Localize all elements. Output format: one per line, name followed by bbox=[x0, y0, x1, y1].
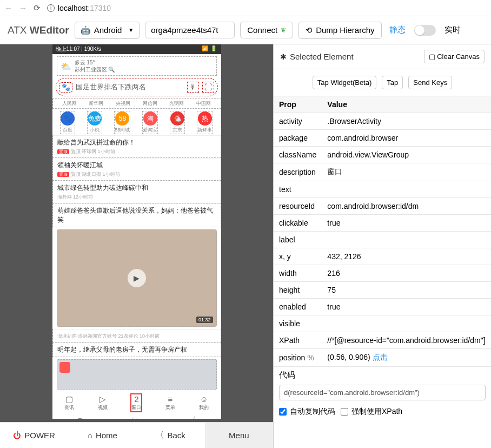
prop-classname: android.view.ViewGroup bbox=[322, 147, 491, 163]
device-controls: ⏻POWER ⌂Home 〈Back Menu bbox=[0, 422, 273, 448]
video-thumbnail[interactable]: ▶ 01:32 bbox=[57, 229, 217, 327]
quick-app[interactable]: 淘爱淘宝 bbox=[142, 111, 158, 134]
bottom-nav-item[interactable]: ☺我的 bbox=[199, 394, 209, 411]
video-meta: 澎湃新闻 澎湃新闻官方账号 21条评论 10小时前 bbox=[52, 329, 221, 342]
device-pane: 晚上11:07 | 190K/s 📶 🔋 ⛅ 多云 15°苏州工业园区 🔍 🐾 … bbox=[0, 44, 273, 448]
bottom-nav-item[interactable]: ▷视频 bbox=[98, 394, 108, 411]
sys-back-icon[interactable]: 〈 bbox=[188, 416, 196, 419]
inspector-pane: ✱Selected Element ▢ Clear Canvas Tap Wid… bbox=[273, 44, 491, 448]
mode-toggle[interactable] bbox=[414, 25, 436, 36]
prop-height: 75 bbox=[322, 282, 491, 299]
prop-resourceid: com.android.browser:id/dm bbox=[322, 198, 491, 215]
phone-statusbar: 晚上11:07 | 190K/s 📶 🔋 bbox=[52, 44, 221, 54]
scan-icon[interactable]: ⛶ bbox=[202, 82, 214, 93]
url-bar[interactable]: i localhost:17310 bbox=[47, 4, 487, 12]
auto-copy-label: 自动复制代码 bbox=[290, 407, 335, 417]
properties-table: PropValue activity.BrowserActivity packa… bbox=[274, 96, 491, 367]
nav-back-icon[interactable]: ← bbox=[4, 3, 12, 12]
phone-bottom-nav: ▢资讯▷视频2窗口≡菜单☺我的 bbox=[52, 392, 221, 411]
home-icon: ⌂ bbox=[88, 431, 92, 440]
clear-canvas-button[interactable]: ▢ Clear Canvas bbox=[424, 50, 485, 63]
search-bar[interactable]: 🐾 🎙 ⛶ bbox=[56, 78, 218, 96]
prop-package: com.android.browser bbox=[322, 130, 491, 147]
prop-clickable: true bbox=[322, 215, 491, 232]
site-info-icon[interactable]: i bbox=[47, 4, 55, 12]
leaf-icon: ❦ bbox=[281, 27, 286, 34]
site-links-row: 人民网新华网央视网网信网光明网中国网 bbox=[52, 98, 221, 109]
bottom-nav-item[interactable]: 2窗口 bbox=[131, 394, 141, 411]
ad-image[interactable] bbox=[57, 359, 217, 390]
device-screenshot[interactable]: 晚上11:07 | 190K/s 📶 🔋 ⛅ 多云 15°苏州工业园区 🔍 🐾 … bbox=[52, 44, 221, 419]
nav-reload-icon[interactable]: ⟳ bbox=[34, 3, 41, 13]
force-xpath-label: 强制使用XPath bbox=[351, 407, 402, 417]
prop-width: 216 bbox=[322, 265, 491, 282]
app-toolbar: ATX WEditor 🤖 Android ▼ Connect❦ ⟲Dump H… bbox=[0, 16, 491, 44]
device-address-input[interactable] bbox=[145, 22, 235, 38]
chevron-left-icon: 〈 bbox=[156, 430, 164, 440]
search-input[interactable] bbox=[76, 83, 184, 91]
news-item[interactable]: 城市绿色转型助力碳达峰碳中和海外网 12小时前 bbox=[52, 181, 221, 203]
send-keys-button[interactable]: Send Keys bbox=[408, 76, 452, 89]
system-nav: ≡ □ 〈 bbox=[52, 411, 221, 419]
back-button[interactable]: 〈Back bbox=[137, 423, 205, 448]
site-link[interactable]: 网信网 bbox=[143, 100, 157, 107]
th-value: Value bbox=[322, 96, 491, 113]
home-button[interactable]: ⌂Home bbox=[68, 423, 136, 448]
android-icon: 🤖 bbox=[81, 25, 91, 35]
power-icon: ⏻ bbox=[13, 431, 21, 440]
force-xpath-checkbox[interactable] bbox=[341, 408, 348, 416]
quick-app[interactable]: 热新鲜事 bbox=[197, 111, 213, 134]
site-link[interactable]: 中国网 bbox=[196, 100, 211, 107]
menu-button[interactable]: Menu bbox=[205, 423, 273, 448]
quick-app[interactable]: 免费小说 bbox=[87, 111, 102, 134]
video-duration: 01:32 bbox=[196, 317, 213, 323]
site-link[interactable]: 央视网 bbox=[116, 100, 130, 107]
news-item[interactable]: 明年起，继承父母的老房子，无需再争房产权 bbox=[52, 342, 221, 357]
platform-dropdown[interactable]: 🤖 Android ▼ bbox=[75, 22, 140, 39]
mode-static-label[interactable]: 静态 bbox=[389, 25, 406, 35]
nav-forward-icon[interactable]: → bbox=[19, 3, 27, 12]
prop-visible bbox=[322, 315, 491, 332]
prop-enabled: true bbox=[322, 299, 491, 315]
auto-copy-checkbox[interactable] bbox=[279, 408, 287, 416]
code-box[interactable]: d(resourceId="com.android.browser:id/dm"… bbox=[279, 385, 486, 400]
site-link[interactable]: 光明网 bbox=[169, 100, 184, 107]
site-link[interactable]: 新华网 bbox=[89, 100, 103, 107]
sys-menu-icon[interactable]: ≡ bbox=[77, 416, 82, 419]
prop-activity: .BrowserActivity bbox=[322, 113, 491, 130]
gear-icon: ✱ bbox=[280, 52, 287, 61]
weather-widget[interactable]: ⛅ 多云 15°苏州工业园区 🔍 bbox=[57, 56, 217, 76]
dump-hierarchy-button[interactable]: ⟲Dump Hierarchy bbox=[298, 22, 381, 39]
quick-app[interactable]: 5858同城 bbox=[114, 111, 130, 134]
position-click-link[interactable]: 点击 bbox=[373, 353, 388, 361]
paw-icon[interactable]: 🐾 bbox=[59, 82, 72, 93]
code-label: 代码 bbox=[274, 367, 491, 381]
selected-element-title: ✱Selected Element bbox=[280, 52, 354, 61]
quick-app[interactable]: 🐾百度 bbox=[60, 111, 75, 134]
tap-widget-button[interactable]: Tap Widget(Beta) bbox=[313, 76, 376, 89]
news-item[interactable]: 献给曾为武汉拼过命的你！置顶置顶 环球网 1小时前 bbox=[52, 135, 221, 158]
quick-app[interactable]: 🐔京东 bbox=[170, 111, 185, 134]
news-item[interactable]: 萌娃踩爸爸头道歉后逼他说没关系，妈妈：他爸爸被气笑 bbox=[52, 203, 221, 227]
tap-button[interactable]: Tap bbox=[382, 76, 403, 89]
url-host: localhost bbox=[58, 4, 88, 12]
bottom-nav-item[interactable]: ≡菜单 bbox=[165, 394, 175, 411]
site-link[interactable]: 人民网 bbox=[62, 100, 77, 107]
th-prop: Prop bbox=[274, 96, 322, 113]
connect-button[interactable]: Connect❦ bbox=[240, 22, 293, 38]
browser-chrome: ← → ⟳ i localhost:17310 bbox=[0, 0, 491, 16]
sys-home-icon[interactable]: □ bbox=[132, 416, 137, 419]
play-icon[interactable]: ▶ bbox=[128, 269, 146, 287]
prop-xy: 432, 2126 bbox=[322, 248, 491, 265]
refresh-icon: ⟲ bbox=[306, 25, 313, 35]
prop-description: 窗口 bbox=[322, 163, 491, 181]
bottom-nav-item[interactable]: ▢资讯 bbox=[64, 394, 74, 411]
power-button[interactable]: ⏻POWER bbox=[0, 423, 68, 448]
mode-realtime-label[interactable]: 实时 bbox=[444, 25, 461, 35]
chevron-down-icon: ▼ bbox=[128, 27, 134, 33]
url-port: :17310 bbox=[88, 4, 111, 12]
prop-xpath: //*[@resource-id="com.android.browser:id… bbox=[322, 332, 491, 349]
mic-icon[interactable]: 🎙 bbox=[187, 82, 199, 93]
prop-text bbox=[322, 181, 491, 198]
news-item[interactable]: 领袖关怀暖江城置顶置顶 湖北日报 1小时前 bbox=[52, 158, 221, 181]
